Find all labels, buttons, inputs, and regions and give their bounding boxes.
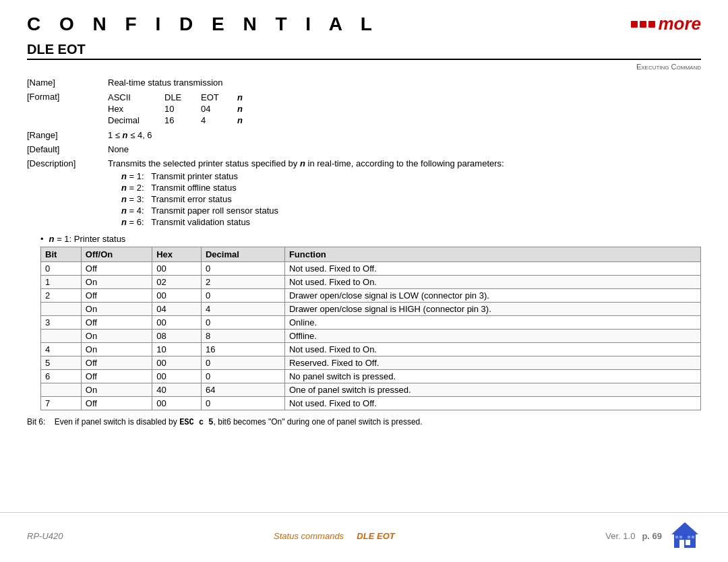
confidential-title: C O N F I D E N T I A L — [27, 13, 379, 35]
section-title: DLE EOT — [27, 42, 701, 57]
table-wrapper: Bit Off/On Hex Decimal Function 0Off000N… — [40, 247, 701, 410]
col-hex: Hex — [152, 247, 202, 262]
item-n4: n — [121, 206, 127, 216]
cell-decimal: 2 — [201, 276, 284, 289]
fmt-hex: Hex — [108, 103, 162, 115]
cell-offon: Off — [81, 316, 152, 330]
col-decimal: Decimal — [201, 247, 284, 262]
col-bit: Bit — [41, 247, 82, 262]
cell-bit — [41, 383, 82, 397]
svg-rect-3 — [686, 540, 690, 545]
range-label: [Range] — [27, 130, 108, 140]
svg-rect-6 — [688, 536, 690, 538]
list-item: n = 3: Transmit error status — [108, 194, 701, 204]
table-row: 5Off000Reserved. Fixed to Off. — [41, 356, 701, 370]
default-row: [Default] None — [27, 144, 701, 154]
format-row: [Format] ASCII DLE EOT n Hex 10 04 n Dec… — [27, 92, 701, 126]
desc-n: n — [300, 158, 305, 168]
description-list: n = 1: Transmit printer status n = 2: Tr… — [108, 171, 701, 227]
format-label: [Format] — [27, 92, 108, 102]
fmt-ascii: ASCII — [108, 92, 162, 103]
cell-hex: 02 — [152, 276, 202, 289]
cell-offon: On — [81, 330, 152, 343]
table-row: 7Off000Not used. Fixed to Off. — [41, 397, 701, 410]
cell-offon: Off — [81, 289, 152, 303]
executing-command: Executing Command — [27, 63, 701, 71]
cell-offon: On — [81, 383, 152, 397]
name-row: [Name] Real-time status transmission — [27, 77, 701, 88]
svg-rect-7 — [692, 536, 694, 538]
fmt-n1: n — [237, 92, 264, 103]
footer: RP-U420 Status commands DLE EOT Ver. 1.0… — [0, 512, 728, 562]
cell-bit: 1 — [41, 276, 82, 289]
home-icon[interactable] — [669, 520, 701, 552]
cell-bit: 0 — [41, 262, 82, 276]
cell-function: Online. — [284, 316, 700, 330]
dot-1 — [631, 21, 638, 28]
cell-hex: 00 — [152, 316, 202, 330]
range-value: 1 ≤ n ≤ 4, 6 — [108, 130, 701, 140]
cell-offon: On — [81, 343, 152, 356]
data-table: Bit Off/On Hex Decimal Function 0Off000N… — [40, 247, 701, 410]
cell-bit — [41, 330, 82, 343]
table-row: On088Offline. — [41, 330, 701, 343]
dot-3 — [648, 21, 655, 28]
bit6-note: Bit 6: Even if panel switch is disabled … — [27, 417, 701, 427]
cell-offon: On — [81, 276, 152, 289]
cell-bit: 7 — [41, 397, 82, 410]
cell-function: No panel switch is pressed. — [284, 370, 700, 383]
cell-offon: Off — [81, 397, 152, 410]
cell-function: Not used. Fixed to Off. — [284, 262, 700, 276]
format-grid: ASCII DLE EOT n Hex 10 04 n Decimal 16 4… — [108, 92, 701, 126]
cell-decimal: 0 — [201, 356, 284, 370]
table-header-row: Bit Off/On Hex Decimal Function — [41, 247, 701, 262]
cell-offon: Off — [81, 370, 152, 383]
fmt-16: 16 — [164, 115, 198, 126]
range-n: n — [123, 130, 128, 140]
list-item: n = 2: Transmit offline status — [108, 183, 701, 193]
footer-right: Ver. 1.0 p. 69 — [605, 520, 701, 552]
cell-decimal: 0 — [201, 262, 284, 276]
format-value: ASCII DLE EOT n Hex 10 04 n Decimal 16 4… — [108, 92, 701, 126]
cell-hex: 00 — [152, 370, 202, 383]
dot-2 — [640, 21, 646, 28]
col-offon: Off/On — [81, 247, 152, 262]
cell-bit: 6 — [41, 370, 82, 383]
cell-function: Reserved. Fixed to Off. — [284, 356, 700, 370]
list-item: n = 1: Transmit printer status — [108, 171, 701, 181]
more-text: more — [658, 13, 701, 34]
description-value: Transmits the selected printer status sp… — [108, 158, 701, 228]
list-item: n = 4: Transmit paper roll sensor status — [108, 206, 701, 216]
footer-center: Status commands DLE EOT — [274, 531, 395, 541]
footer-model: RP-U420 — [27, 531, 63, 541]
page: C O N F I D E N T I A L more DLE EOT Exe… — [0, 0, 728, 562]
bullet-n: n — [49, 234, 55, 244]
table-row: 3Off000Online. — [41, 316, 701, 330]
cell-hex: 08 — [152, 330, 202, 343]
description-intro: Transmits the selected printer status sp… — [108, 158, 701, 168]
svg-rect-4 — [675, 536, 678, 538]
fmt-n2: n — [237, 103, 264, 115]
default-value: None — [108, 144, 701, 154]
cell-function: Drawer open/close signal is LOW (connect… — [284, 289, 700, 303]
more-dots — [631, 21, 655, 28]
cell-decimal: 0 — [201, 316, 284, 330]
section-header: DLE EOT — [27, 42, 701, 60]
cell-bit — [41, 303, 82, 316]
fmt-dle: DLE — [164, 92, 198, 103]
fmt-decimal: Decimal — [108, 115, 162, 126]
cell-function: Not used. Fixed to Off. — [284, 397, 700, 410]
bullet-text: n = 1: Printer status — [49, 234, 126, 244]
cell-bit: 3 — [41, 316, 82, 330]
more-logo: more — [631, 13, 701, 34]
cell-offon: Off — [81, 356, 152, 370]
header: C O N F I D E N T I A L more — [27, 13, 701, 35]
footer-section: Status commands — [274, 531, 344, 541]
bullet-line: • n = 1: Printer status — [40, 234, 701, 244]
cell-hex: 00 — [152, 356, 202, 370]
footer-page: p. 69 — [642, 531, 662, 541]
list-item: n = 6: Transmit validation status — [108, 217, 701, 227]
cell-hex: 40 — [152, 383, 202, 397]
footer-version: Ver. 1.0 — [605, 531, 635, 541]
bullet-symbol: • — [40, 234, 44, 244]
